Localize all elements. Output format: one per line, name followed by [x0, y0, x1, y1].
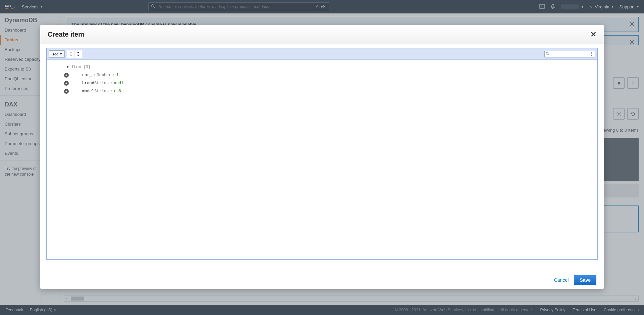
- create-item-modal: Create item ✕ Tree ▼: [40, 25, 604, 289]
- attribute-type: String: [94, 89, 109, 94]
- modal-overlay: Create item ✕ Tree ▼: [0, 0, 644, 315]
- attribute-colon: :: [110, 89, 112, 94]
- item-editor: Tree ▼: [46, 48, 598, 260]
- editor-toolbar: Tree ▼: [47, 48, 597, 60]
- collapse-all-button[interactable]: [74, 50, 82, 58]
- attribute-value[interactable]: 1: [116, 73, 119, 78]
- view-mode-dropdown[interactable]: Tree ▼: [49, 50, 65, 58]
- search-icon: [546, 52, 549, 56]
- svg-line-6: [548, 54, 549, 55]
- attribute-row[interactable]: +brand String:audi: [64, 79, 592, 87]
- modal-title: Create item: [48, 31, 84, 38]
- collapse-triangle-icon[interactable]: ▼: [67, 65, 68, 69]
- attribute-row[interactable]: +car_id Number:1: [64, 71, 592, 79]
- editor-search-input[interactable]: [544, 51, 588, 57]
- root-label: Item: [71, 65, 81, 70]
- add-attribute-icon[interactable]: +: [64, 81, 69, 86]
- modal-close-icon[interactable]: ✕: [590, 30, 596, 39]
- search-nav-arrows[interactable]: ▼▲: [588, 51, 595, 57]
- modal-footer: Cancel Save: [40, 271, 604, 289]
- attribute-value[interactable]: audi: [114, 81, 123, 86]
- svg-point-5: [546, 52, 548, 54]
- modal-header: Create item ✕: [40, 25, 604, 44]
- attribute-type: Number: [97, 73, 111, 78]
- add-attribute-icon[interactable]: +: [64, 89, 69, 94]
- attribute-type: String: [94, 81, 109, 86]
- caret-down-icon: ▼: [59, 52, 62, 56]
- root-count: {3}: [83, 65, 91, 70]
- tree-root-row[interactable]: ▼ Item {3}: [67, 63, 592, 71]
- attribute-name: model: [82, 89, 94, 94]
- attribute-name: brand: [82, 81, 94, 86]
- expand-collapse-group: [67, 50, 82, 58]
- attribute-row[interactable]: +model String:rs6: [64, 87, 592, 95]
- add-attribute-icon[interactable]: +: [64, 73, 69, 78]
- editor-search: ▼▲: [544, 51, 595, 57]
- attribute-colon: :: [110, 81, 112, 86]
- modal-body: Tree ▼: [40, 44, 604, 271]
- save-button[interactable]: Save: [574, 275, 596, 285]
- cancel-button[interactable]: Cancel: [554, 277, 569, 283]
- editor-content: ▼ Item {3} +car_id Number:1+brand String…: [47, 60, 597, 259]
- expand-all-button[interactable]: [67, 50, 74, 58]
- attribute-value[interactable]: rs6: [114, 89, 121, 94]
- attribute-name: car_id: [82, 73, 97, 78]
- attribute-colon: :: [112, 73, 115, 78]
